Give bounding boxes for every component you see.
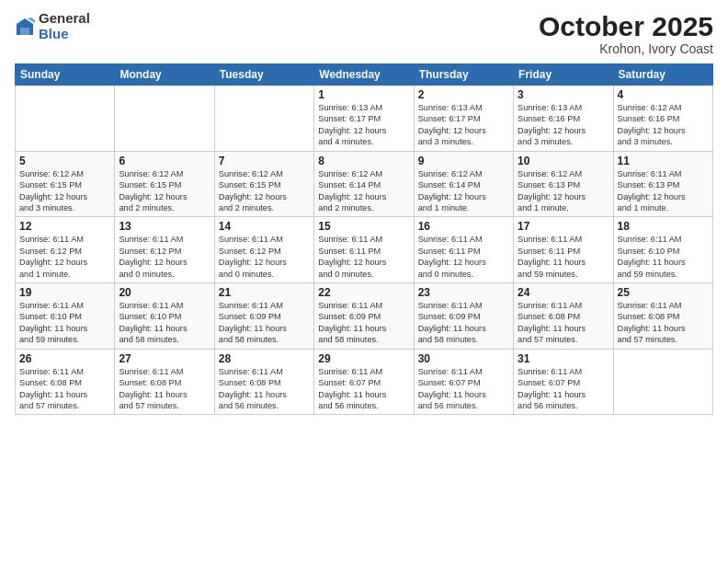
day-number: 11	[618, 155, 709, 167]
day-number: 12	[19, 220, 110, 233]
day-number: 21	[219, 286, 310, 299]
day-number: 23	[418, 286, 509, 299]
day-info: Sunrise: 6:11 AM Sunset: 6:11 PM Dayligh…	[418, 234, 509, 280]
location-subtitle: Krohon, Ivory Coast	[539, 41, 713, 56]
day-number: 29	[318, 352, 409, 365]
logo-general: General	[39, 11, 90, 27]
day-number: 2	[418, 88, 509, 101]
day-number: 25	[618, 286, 709, 299]
day-number: 22	[318, 286, 409, 299]
day-info: Sunrise: 6:11 AM Sunset: 6:07 PM Dayligh…	[418, 366, 509, 412]
calendar-cell: 24Sunrise: 6:11 AM Sunset: 6:08 PM Dayli…	[514, 283, 613, 350]
day-number: 18	[618, 220, 709, 233]
calendar-cell: 18Sunrise: 6:11 AM Sunset: 6:10 PM Dayli…	[613, 217, 712, 283]
day-number: 7	[219, 155, 310, 167]
calendar-cell: 11Sunrise: 6:11 AM Sunset: 6:13 PM Dayli…	[613, 151, 712, 217]
day-info: Sunrise: 6:11 AM Sunset: 6:07 PM Dayligh…	[518, 366, 609, 412]
calendar-cell: 26Sunrise: 6:11 AM Sunset: 6:08 PM Dayli…	[16, 349, 115, 415]
day-number: 19	[19, 286, 110, 299]
calendar-row-2: 12Sunrise: 6:11 AM Sunset: 6:12 PM Dayli…	[16, 217, 713, 283]
header-thursday: Thursday	[414, 64, 513, 86]
logo-blue: Blue	[39, 27, 90, 42]
calendar-table: Sunday Monday Tuesday Wednesday Thursday…	[15, 63, 713, 415]
calendar-cell: 19Sunrise: 6:11 AM Sunset: 6:10 PM Dayli…	[16, 283, 115, 350]
calendar-cell: 9Sunrise: 6:12 AM Sunset: 6:14 PM Daylig…	[414, 151, 513, 217]
calendar-cell: 31Sunrise: 6:11 AM Sunset: 6:07 PM Dayli…	[514, 349, 613, 415]
calendar-cell	[214, 86, 313, 152]
header-friday: Friday	[514, 64, 613, 86]
logo-icon	[15, 17, 35, 37]
day-info: Sunrise: 6:12 AM Sunset: 6:16 PM Dayligh…	[618, 102, 709, 148]
calendar-cell: 28Sunrise: 6:11 AM Sunset: 6:08 PM Dayli…	[214, 349, 313, 415]
day-number: 14	[219, 220, 310, 233]
calendar-cell: 29Sunrise: 6:11 AM Sunset: 6:07 PM Dayli…	[314, 349, 414, 415]
day-number: 24	[518, 286, 609, 299]
calendar-cell: 21Sunrise: 6:11 AM Sunset: 6:09 PM Dayli…	[214, 283, 313, 350]
day-info: Sunrise: 6:11 AM Sunset: 6:09 PM Dayligh…	[219, 300, 310, 346]
calendar-cell: 30Sunrise: 6:11 AM Sunset: 6:07 PM Dayli…	[414, 349, 513, 415]
calendar-cell: 22Sunrise: 6:11 AM Sunset: 6:09 PM Dayli…	[314, 283, 414, 350]
header: General Blue October 2025 Krohon, Ivory …	[15, 11, 713, 56]
calendar-row-0: 1Sunrise: 6:13 AM Sunset: 6:17 PM Daylig…	[16, 86, 713, 152]
day-info: Sunrise: 6:13 AM Sunset: 6:17 PM Dayligh…	[418, 102, 509, 148]
calendar-cell: 6Sunrise: 6:12 AM Sunset: 6:15 PM Daylig…	[115, 151, 214, 217]
day-info: Sunrise: 6:11 AM Sunset: 6:08 PM Dayligh…	[19, 366, 110, 412]
day-info: Sunrise: 6:12 AM Sunset: 6:15 PM Dayligh…	[19, 168, 110, 214]
day-info: Sunrise: 6:11 AM Sunset: 6:08 PM Dayligh…	[219, 366, 310, 412]
calendar-cell: 27Sunrise: 6:11 AM Sunset: 6:08 PM Dayli…	[115, 349, 214, 415]
calendar-cell: 4Sunrise: 6:12 AM Sunset: 6:16 PM Daylig…	[613, 86, 712, 152]
calendar-row-4: 26Sunrise: 6:11 AM Sunset: 6:08 PM Dayli…	[16, 349, 713, 415]
calendar-cell: 3Sunrise: 6:13 AM Sunset: 6:16 PM Daylig…	[514, 86, 613, 152]
calendar-row-1: 5Sunrise: 6:12 AM Sunset: 6:15 PM Daylig…	[16, 151, 713, 217]
day-number: 13	[119, 220, 210, 233]
day-number: 26	[19, 352, 110, 365]
day-info: Sunrise: 6:11 AM Sunset: 6:10 PM Dayligh…	[618, 234, 709, 280]
day-info: Sunrise: 6:11 AM Sunset: 6:08 PM Dayligh…	[119, 366, 210, 412]
calendar-cell	[115, 86, 214, 152]
day-number: 8	[318, 155, 409, 167]
day-number: 3	[518, 88, 609, 101]
day-number: 16	[418, 220, 509, 233]
logo: General Blue	[15, 11, 90, 41]
calendar-row-3: 19Sunrise: 6:11 AM Sunset: 6:10 PM Dayli…	[16, 283, 713, 350]
month-title: October 2025	[539, 11, 713, 41]
day-info: Sunrise: 6:11 AM Sunset: 6:10 PM Dayligh…	[19, 300, 110, 346]
day-info: Sunrise: 6:11 AM Sunset: 6:12 PM Dayligh…	[219, 234, 310, 280]
header-wednesday: Wednesday	[314, 64, 414, 86]
calendar-cell: 13Sunrise: 6:11 AM Sunset: 6:12 PM Dayli…	[115, 217, 214, 283]
day-info: Sunrise: 6:12 AM Sunset: 6:14 PM Dayligh…	[318, 168, 409, 214]
day-number: 4	[618, 88, 709, 101]
day-number: 9	[418, 155, 509, 167]
day-number: 17	[518, 220, 609, 233]
day-info: Sunrise: 6:11 AM Sunset: 6:09 PM Dayligh…	[418, 300, 509, 346]
calendar-cell: 1Sunrise: 6:13 AM Sunset: 6:17 PM Daylig…	[314, 86, 414, 152]
day-info: Sunrise: 6:12 AM Sunset: 6:13 PM Dayligh…	[518, 168, 609, 214]
calendar-cell: 17Sunrise: 6:11 AM Sunset: 6:11 PM Dayli…	[514, 217, 613, 283]
page: General Blue October 2025 Krohon, Ivory …	[0, 0, 728, 563]
day-info: Sunrise: 6:11 AM Sunset: 6:07 PM Dayligh…	[318, 366, 409, 412]
day-number: 15	[318, 220, 409, 233]
day-number: 31	[518, 352, 609, 365]
day-info: Sunrise: 6:11 AM Sunset: 6:13 PM Dayligh…	[618, 168, 709, 214]
day-number: 28	[219, 352, 310, 365]
calendar-cell: 16Sunrise: 6:11 AM Sunset: 6:11 PM Dayli…	[414, 217, 513, 283]
day-info: Sunrise: 6:11 AM Sunset: 6:10 PM Dayligh…	[119, 300, 210, 346]
day-info: Sunrise: 6:11 AM Sunset: 6:08 PM Dayligh…	[518, 300, 609, 346]
calendar-cell: 25Sunrise: 6:11 AM Sunset: 6:08 PM Dayli…	[613, 283, 712, 350]
calendar-cell: 14Sunrise: 6:11 AM Sunset: 6:12 PM Dayli…	[214, 217, 313, 283]
header-saturday: Saturday	[613, 64, 712, 86]
day-number: 20	[119, 286, 210, 299]
header-tuesday: Tuesday	[214, 64, 313, 86]
day-info: Sunrise: 6:11 AM Sunset: 6:09 PM Dayligh…	[318, 300, 409, 346]
calendar-cell: 20Sunrise: 6:11 AM Sunset: 6:10 PM Dayli…	[115, 283, 214, 350]
day-info: Sunrise: 6:11 AM Sunset: 6:12 PM Dayligh…	[19, 234, 110, 280]
calendar-cell: 10Sunrise: 6:12 AM Sunset: 6:13 PM Dayli…	[514, 151, 613, 217]
calendar-cell: 7Sunrise: 6:12 AM Sunset: 6:15 PM Daylig…	[214, 151, 313, 217]
day-info: Sunrise: 6:13 AM Sunset: 6:17 PM Dayligh…	[318, 102, 409, 148]
day-number: 27	[119, 352, 210, 365]
day-info: Sunrise: 6:11 AM Sunset: 6:08 PM Dayligh…	[618, 300, 709, 346]
day-info: Sunrise: 6:11 AM Sunset: 6:11 PM Dayligh…	[318, 234, 409, 280]
day-info: Sunrise: 6:11 AM Sunset: 6:11 PM Dayligh…	[518, 234, 609, 280]
day-number: 1	[318, 88, 409, 101]
day-number: 5	[19, 155, 110, 167]
